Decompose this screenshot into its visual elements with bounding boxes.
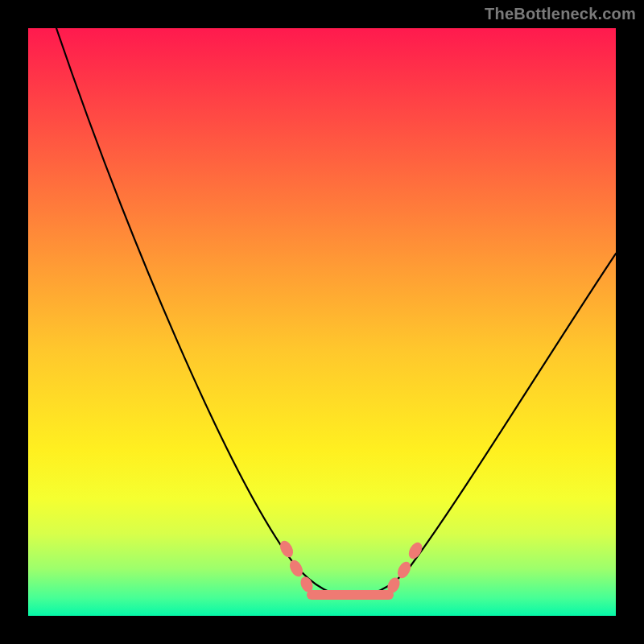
chart-frame: TheBottleneck.com <box>0 0 644 644</box>
bottleneck-curve <box>56 28 616 597</box>
plot-area <box>28 28 616 616</box>
marker-dot <box>287 558 306 579</box>
marker-dot <box>395 559 414 580</box>
marker-dot <box>278 539 296 559</box>
curve-svg <box>28 28 616 616</box>
watermark-text: TheBottleneck.com <box>485 5 636 23</box>
